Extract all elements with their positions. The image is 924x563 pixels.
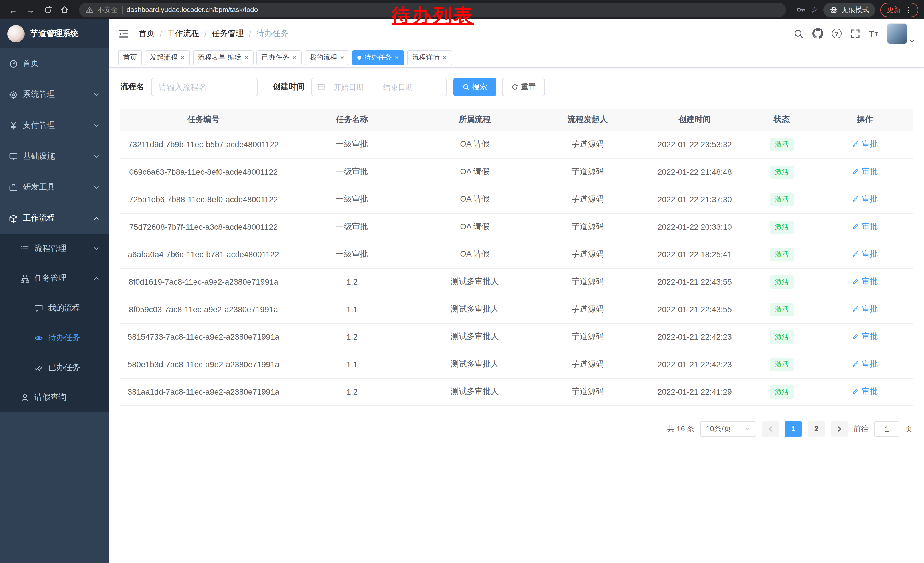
- edit-icon: [852, 251, 860, 258]
- user-menu[interactable]: [887, 23, 915, 44]
- chevron-up-icon: [93, 215, 100, 221]
- approve-link[interactable]: 审批: [852, 249, 878, 260]
- date-range-picker[interactable]: -: [311, 78, 447, 96]
- help-icon[interactable]: ?: [831, 29, 841, 38]
- sidebar-item-system[interactable]: 系统管理: [0, 79, 109, 110]
- col-create-time: 创建时间: [643, 109, 746, 131]
- cell-task-id: 580e1b3d-7ac8-11ec-a9e2-a2380e71991a: [120, 350, 286, 378]
- cell-action: 审批: [818, 131, 912, 158]
- sidebar-item-infra[interactable]: 基础设施: [0, 141, 109, 172]
- tab-process-form-edit[interactable]: 流程表单-编辑×: [193, 50, 254, 65]
- sidebar-item-label: 支付管理: [23, 120, 55, 131]
- close-icon[interactable]: ×: [244, 54, 249, 61]
- breadcrumb-workflow[interactable]: 工作流程: [167, 29, 199, 39]
- tab-process-detail[interactable]: 流程详情×: [407, 50, 452, 65]
- cell-action: 审批: [818, 378, 912, 405]
- approve-link[interactable]: 审批: [852, 332, 878, 342]
- sidebar-item-todo-tasks[interactable]: 待办任务: [0, 323, 109, 353]
- approve-link[interactable]: 审批: [852, 222, 878, 232]
- approve-link[interactable]: 审批: [852, 139, 878, 150]
- password-key-icon[interactable]: [796, 5, 805, 14]
- approve-link[interactable]: 审批: [852, 304, 878, 314]
- browser-forward-icon[interactable]: →: [23, 2, 38, 17]
- breadcrumb: 首页 / 工作流程 / 任务管理 / 待办任务: [138, 29, 288, 39]
- browser-update-button[interactable]: 更新 ⋮: [880, 3, 918, 17]
- browser-back-icon[interactable]: ←: [6, 2, 21, 17]
- process-name-label: 流程名: [120, 82, 144, 92]
- close-icon[interactable]: ×: [340, 54, 344, 61]
- cell-status: 激活: [746, 158, 818, 186]
- status-badge: 激活: [770, 220, 794, 233]
- search-icon[interactable]: [793, 29, 804, 39]
- cell-process: OA 请假: [417, 158, 532, 186]
- reset-button[interactable]: 重置: [502, 78, 545, 96]
- browser-reload-icon[interactable]: [40, 2, 55, 17]
- eye-icon: [34, 333, 43, 342]
- next-page-button[interactable]: [831, 421, 848, 437]
- fullscreen-icon[interactable]: [850, 29, 860, 39]
- status-badge: 激活: [770, 248, 794, 261]
- cube-icon: [9, 214, 18, 222]
- bookmark-star-icon[interactable]: ☆: [810, 5, 818, 15]
- start-date-input[interactable]: [327, 83, 370, 92]
- sidebar-item-workflow[interactable]: 工作流程: [0, 203, 109, 234]
- search-button[interactable]: 搜索: [453, 78, 496, 96]
- font-size-icon[interactable]: TT: [869, 29, 878, 38]
- tab-todo-tasks[interactable]: 待办任务×: [352, 50, 404, 65]
- tab-start-process[interactable]: 发起流程×: [145, 50, 190, 65]
- github-icon[interactable]: [812, 28, 823, 39]
- cell-task-name: 一级审批: [286, 186, 417, 213]
- table-row: 381aa1dd-7ac8-11ec-a9e2-a2380e71991a 1.2…: [120, 378, 912, 405]
- briefcase-icon: [9, 183, 18, 192]
- security-label: 不安全: [98, 5, 118, 15]
- tab-home[interactable]: 首页: [118, 50, 142, 65]
- process-name-input[interactable]: [151, 78, 258, 96]
- goto-page-input[interactable]: [874, 421, 899, 437]
- close-icon[interactable]: ×: [292, 54, 296, 61]
- sidebar-item-leave-query[interactable]: 请假查询: [0, 383, 109, 412]
- topbar: 首页 / 工作流程 / 任务管理 / 待办任务 ?: [109, 20, 924, 48]
- approve-link[interactable]: 审批: [852, 359, 878, 369]
- sidebar-item-my-process[interactable]: 我的流程: [0, 293, 109, 323]
- sidebar-item-process-mgmt[interactable]: 流程管理: [0, 234, 109, 263]
- col-action: 操作: [818, 109, 912, 131]
- sidebar-item-payment[interactable]: 支付管理: [0, 110, 109, 141]
- close-icon[interactable]: ×: [442, 54, 447, 61]
- warning-icon: [86, 6, 93, 14]
- approve-link[interactable]: 审批: [852, 167, 878, 177]
- col-initiator: 流程发起人: [532, 109, 643, 131]
- cell-status: 激活: [746, 378, 818, 405]
- edit-icon: [852, 195, 860, 203]
- org-tree-icon: [21, 274, 29, 283]
- cell-task-name: 一级审批: [286, 213, 417, 240]
- cell-task-id: 8f0d1619-7ac8-11ec-a9e2-a2380e71991a: [120, 268, 286, 296]
- hamburger-icon[interactable]: [118, 28, 129, 39]
- sidebar-item-devtools[interactable]: 研发工具: [0, 172, 109, 203]
- breadcrumb-task-mgmt[interactable]: 任务管理: [212, 29, 244, 39]
- page-2-button[interactable]: 2: [808, 421, 825, 437]
- breadcrumb-home[interactable]: 首页: [138, 29, 154, 39]
- page-1-button[interactable]: 1: [785, 421, 802, 437]
- app-logo[interactable]: 芋道管理系统: [0, 20, 109, 48]
- approve-link[interactable]: 审批: [852, 194, 878, 204]
- sidebar-item-task-mgmt[interactable]: 任务管理: [0, 263, 109, 293]
- cell-action: 审批: [818, 213, 912, 240]
- sidebar-item-done-tasks[interactable]: 已办任务: [0, 353, 109, 383]
- tab-my-process[interactable]: 我的流程×: [304, 50, 350, 65]
- browser-home-icon[interactable]: [57, 2, 72, 17]
- approve-link[interactable]: 审批: [852, 277, 878, 287]
- end-date-input[interactable]: [376, 83, 420, 92]
- prev-page-button[interactable]: [762, 421, 779, 437]
- tab-done-tasks[interactable]: 已办任务×: [256, 50, 302, 65]
- close-icon[interactable]: ×: [180, 54, 184, 61]
- sidebar-item-home[interactable]: 首页: [0, 48, 109, 79]
- close-icon[interactable]: ×: [395, 54, 399, 61]
- cell-task-name: 一级审批: [286, 158, 417, 186]
- cell-task-name: 1.2: [286, 323, 417, 350]
- table-row: 75d72608-7b7f-11ec-a3c8-acde48001122 一级审…: [120, 213, 912, 240]
- approve-link[interactable]: 审批: [852, 387, 878, 397]
- status-badge: 激活: [770, 330, 794, 343]
- edit-icon: [852, 306, 860, 313]
- cell-create-time: 2022-01-21 22:43:55: [643, 296, 746, 323]
- page-size-select[interactable]: 10条/页: [700, 421, 756, 437]
